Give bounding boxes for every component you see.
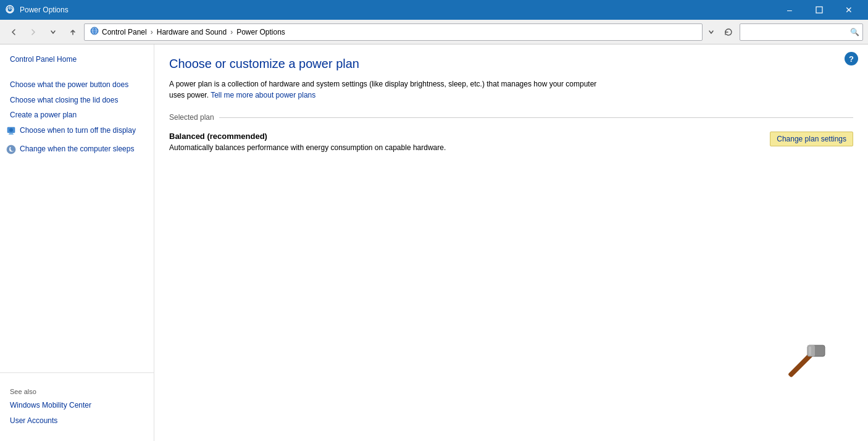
selected-plan-label: Selected plan bbox=[169, 113, 853, 122]
learn-more-link[interactable]: Tell me more about power plans bbox=[211, 91, 315, 99]
refresh-button[interactable] bbox=[720, 23, 737, 41]
content-area: ? Choose or customize a power plan A pow… bbox=[154, 44, 868, 441]
search-input[interactable] bbox=[740, 23, 863, 41]
sidebar-item-power-button[interactable]: Choose what the power button does bbox=[0, 77, 154, 93]
see-also-label: See also bbox=[0, 378, 154, 398]
breadcrumb-power-options[interactable]: Power Options bbox=[236, 28, 285, 36]
svg-rect-9 bbox=[9, 133, 13, 134]
address-bar: Control Panel › Hardware and Sound › Pow… bbox=[0, 20, 868, 44]
app-icon bbox=[5, 4, 15, 16]
breadcrumb-separator-2: › bbox=[230, 28, 233, 36]
sidebar-item-closing-lid[interactable]: Choose what closing the lid does bbox=[0, 93, 154, 108]
back-button[interactable] bbox=[5, 23, 22, 41]
hammer-decoration bbox=[782, 340, 831, 392]
forward-button[interactable] bbox=[25, 23, 42, 41]
sidebar-item-computer-sleeps[interactable]: Change when the computer sleeps bbox=[0, 141, 154, 160]
address-path[interactable]: Control Panel › Hardware and Sound › Pow… bbox=[84, 23, 703, 41]
svg-point-12 bbox=[7, 145, 15, 154]
breadcrumb-separator-1: › bbox=[151, 28, 153, 36]
plan-row: Balanced (recommended) Automatically bal… bbox=[169, 127, 853, 157]
svg-rect-10 bbox=[9, 134, 14, 135]
svg-point-11 bbox=[9, 128, 13, 132]
svg-rect-16 bbox=[809, 346, 811, 355]
path-icon bbox=[90, 26, 99, 38]
sidebar: Control Panel Home Choose what the power… bbox=[0, 44, 154, 441]
breadcrumb-hardware-sound[interactable]: Hardware and Sound bbox=[157, 28, 227, 36]
main-layout: Control Panel Home Choose what the power… bbox=[0, 44, 868, 441]
sleep-icon bbox=[6, 145, 16, 158]
change-plan-settings-button[interactable]: Change plan settings bbox=[770, 132, 853, 146]
restore-button[interactable] bbox=[805, 0, 833, 20]
help-button[interactable]: ? bbox=[845, 52, 858, 65]
monitor-icon bbox=[6, 126, 16, 139]
title-bar: Power Options – ✕ bbox=[0, 0, 868, 20]
plan-name: Balanced (recommended) bbox=[169, 132, 446, 141]
breadcrumb-control-panel[interactable]: Control Panel bbox=[102, 28, 147, 36]
sidebar-item-turn-off-display[interactable]: Choose when to turn off the display bbox=[0, 123, 154, 141]
sidebar-item-user-accounts[interactable]: User Accounts bbox=[0, 413, 154, 429]
sidebar-item-windows-mobility[interactable]: Windows Mobility Center bbox=[0, 398, 154, 413]
window-title: Power Options bbox=[20, 6, 69, 14]
window-controls: – ✕ bbox=[775, 0, 863, 20]
plan-description: Automatically balances performance with … bbox=[169, 143, 446, 152]
selected-plan-section: Selected plan Balanced (recommended) Aut… bbox=[169, 113, 853, 157]
content-description: A power plan is a collection of hardware… bbox=[169, 78, 601, 101]
sidebar-item-control-panel-home[interactable]: Control Panel Home bbox=[0, 52, 154, 67]
page-title: Choose or customize a power plan bbox=[169, 57, 853, 71]
plan-info: Balanced (recommended) Automatically bal… bbox=[169, 132, 446, 152]
up-button[interactable] bbox=[64, 23, 81, 41]
path-dropdown-button[interactable] bbox=[705, 23, 717, 41]
svg-rect-1 bbox=[816, 7, 822, 13]
sidebar-item-create-plan[interactable]: Create a power plan bbox=[0, 107, 154, 123]
sidebar-bottom: See also Windows Mobility Center User Ac… bbox=[0, 372, 154, 434]
close-button[interactable]: ✕ bbox=[835, 0, 863, 20]
minimize-button[interactable]: – bbox=[775, 0, 804, 20]
recent-locations-button[interactable] bbox=[44, 23, 62, 41]
search-wrapper: 🔍 bbox=[740, 23, 863, 41]
